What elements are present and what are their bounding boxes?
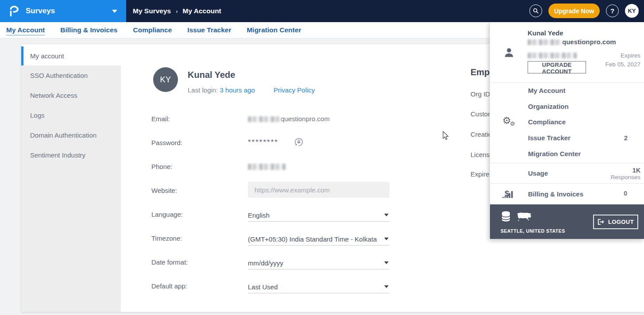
date-format-select[interactable]: mm/dd/yyyy: [248, 257, 389, 269]
license-expiry: Expires Feb 05, 2027: [605, 51, 640, 69]
user-dropdown-menu: Kunal Yede questionpro.com UPGRADE ACCOU…: [490, 22, 644, 239]
redacted-phone-number: [248, 164, 286, 170]
website-input[interactable]: [248, 182, 389, 198]
logout-button[interactable]: LOGOUT: [593, 215, 638, 229]
last-login-label: Last login:: [188, 86, 218, 94]
reset-password-icon: [293, 137, 304, 147]
help-button[interactable]: ?: [606, 4, 619, 17]
language-label: Language:: [151, 211, 227, 218]
expires-label: Expires: [470, 170, 490, 178]
breadcrumb: My Surveys › My Account: [133, 0, 221, 22]
redacted-email-local-part: [248, 116, 281, 122]
chevron-down-icon: [384, 261, 389, 264]
menu-user-name: Kunal Yede: [528, 29, 563, 37]
menu-item-migration-center[interactable]: Migration Center: [490, 146, 644, 161]
chevron-down-icon: [384, 285, 389, 288]
questionpro-logo-icon: [9, 5, 20, 17]
creation-label: Creatio: [470, 131, 490, 138]
custom-label: Custom: [470, 110, 490, 118]
default-app-label: Default app:: [151, 282, 227, 290]
profile-avatar: KY: [153, 67, 178, 92]
menu-user-email: questionpro.com: [528, 38, 616, 46]
datacenter-icon: [501, 211, 511, 225]
redacted-account-line: [528, 51, 577, 59]
email-label: Email:: [151, 115, 227, 123]
settings-sidebar: SSO Authentication Network Access Logs D…: [21, 65, 121, 312]
password-mask: ********: [248, 138, 278, 147]
person-icon: [503, 47, 515, 60]
menu-item-organization[interactable]: Organization: [490, 99, 644, 115]
email-value: questionpro.com: [248, 115, 330, 123]
password-label: Password:: [151, 139, 227, 146]
sidebar-item-domain-authentication[interactable]: Domain Authentication: [21, 125, 121, 145]
organization-info-panel: Emp Org ID: Custom Creatio License Expir…: [470, 65, 490, 189]
sidebar-item-logs[interactable]: Logs: [21, 105, 121, 125]
menu-item-compliance[interactable]: Compliance: [490, 114, 644, 130]
tab-billing-invoices[interactable]: Billing & Invoices: [60, 26, 117, 34]
phone-label: Phone:: [151, 163, 227, 170]
tab-my-account[interactable]: My Account: [6, 26, 45, 34]
timezone-select[interactable]: (GMT+05:30) India Standard Time - Kolkat…: [248, 233, 389, 246]
menu-items: My Account Organization Compliance Issue…: [490, 83, 644, 161]
tab-migration-center[interactable]: Migration Center: [247, 26, 301, 34]
org-panel-heading: Emp: [470, 67, 490, 77]
last-login-link[interactable]: 3 hours ago: [220, 86, 255, 94]
user-avatar-button[interactable]: KY: [625, 4, 639, 18]
billing-counter: 0: [624, 190, 627, 197]
chevron-down-icon: [112, 10, 117, 13]
us-map-icon: [517, 211, 532, 224]
issue-tracker-count: 2: [624, 134, 628, 142]
language-select[interactable]: English: [248, 209, 389, 222]
chevron-down-icon: [384, 214, 389, 216]
menu-item-issue-tracker[interactable]: Issue Tracker 2: [490, 130, 644, 146]
breadcrumb-separator-icon: ›: [171, 8, 182, 15]
website-label: Website:: [151, 187, 227, 194]
breadcrumb-my-account: My Account: [183, 7, 221, 15]
top-navigation-bar: Surveys My Surveys › My Account Upgrade …: [0, 0, 644, 22]
search-button[interactable]: [529, 4, 542, 17]
chevron-down-icon: [384, 238, 389, 240]
privacy-policy-link[interactable]: Privacy Policy: [274, 86, 315, 94]
upgrade-account-button[interactable]: UPGRADE ACCOUNT: [528, 61, 586, 73]
phone-value: [248, 163, 286, 170]
product-name: Surveys: [26, 7, 55, 15]
product-switcher[interactable]: Surveys: [0, 0, 126, 22]
profile-name: Kunal Yede: [188, 70, 235, 80]
last-login-row: Last login: 3 hours ago Privacy Policy: [188, 86, 315, 94]
date-format-label: Date format:: [151, 258, 227, 266]
license-label: License: [470, 151, 490, 158]
question-mark-icon: ?: [610, 7, 614, 15]
org-id-label: Org ID:: [470, 90, 490, 98]
usage-counter: 1K Responses: [610, 167, 640, 181]
sidebar-item-sso-authentication[interactable]: SSO Authentication: [21, 65, 121, 85]
breadcrumb-my-surveys[interactable]: My Surveys: [133, 7, 171, 15]
menu-item-billing-invoices[interactable]: Billing & Invoices: [490, 183, 644, 204]
sidebar-item-my-account[interactable]: My account: [21, 46, 121, 65]
sidebar-item-network-access[interactable]: Network Access: [21, 85, 121, 105]
redacted-email-local-part: [528, 39, 562, 45]
menu-footer: SEATTLE, UNITED STATES LOGOUT: [490, 204, 644, 239]
datacenter-location: SEATTLE, UNITED STATES: [501, 228, 565, 234]
sidebar-item-sentiment-industry[interactable]: Sentiment Industry: [21, 145, 121, 165]
reset-password-button[interactable]: [293, 137, 304, 149]
menu-item-my-account[interactable]: My Account: [490, 83, 644, 99]
default-app-select[interactable]: Last Used: [248, 280, 389, 293]
search-icon: [532, 8, 539, 14]
account-settings-page: Surveys My Surveys › My Account Upgrade …: [0, 0, 644, 315]
tab-compliance[interactable]: Compliance: [133, 26, 172, 34]
tab-issue-tracker[interactable]: Issue Tracker: [187, 26, 231, 34]
logout-icon: [598, 219, 605, 225]
upgrade-now-button[interactable]: Upgrade Now: [548, 4, 600, 18]
active-indicator-bar: [21, 46, 23, 65]
timezone-label: Timezone:: [151, 234, 227, 242]
